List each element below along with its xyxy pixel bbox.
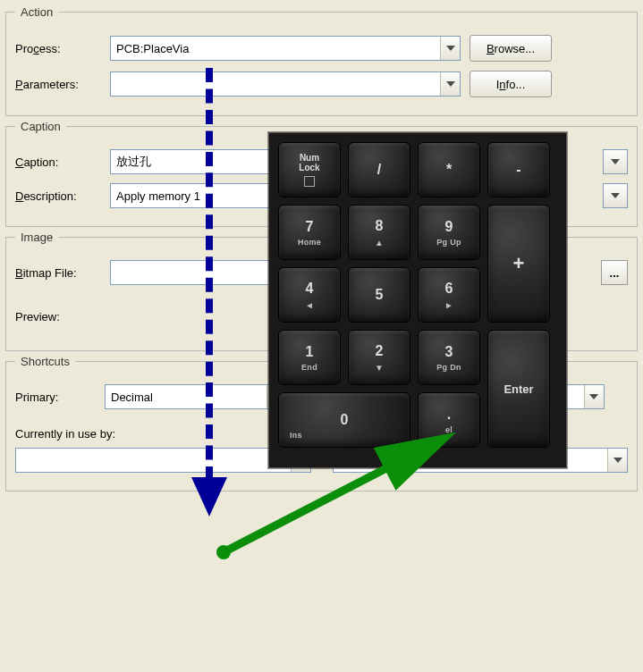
primary-combo[interactable] <box>105 384 287 409</box>
chevron-down-icon[interactable] <box>604 184 627 207</box>
preview-label: Preview: <box>15 310 110 323</box>
key-dot: .el <box>418 392 480 448</box>
key-plus: + <box>487 205 550 323</box>
action-legend: Action <box>15 5 58 19</box>
caption-field[interactable] <box>110 149 273 174</box>
process-combo[interactable] <box>110 36 461 61</box>
key-numlock: Num Lock <box>278 142 341 197</box>
key-slash: / <box>348 142 410 197</box>
shortcuts-legend: Shortcuts <box>15 355 75 368</box>
chevron-down-icon[interactable] <box>604 150 627 173</box>
bitmap-label: Bitmap File: <box>15 266 110 280</box>
caption-extra-dropdown[interactable] <box>603 149 628 174</box>
description-field[interactable] <box>110 183 273 208</box>
caption-label: Caption: <box>15 155 110 169</box>
bitmap-input[interactable] <box>111 261 272 284</box>
primary-label: Primary: <box>15 391 105 404</box>
parameters-label: Parameters: <box>15 78 110 91</box>
chevron-down-icon[interactable] <box>584 385 604 408</box>
process-label: Process: <box>15 42 110 55</box>
inuse1-label: Currently in use by: <box>15 427 115 441</box>
chevron-down-icon[interactable] <box>440 37 460 60</box>
info-button[interactable]: Info... <box>470 71 552 97</box>
key-9: 9Pg Up <box>418 205 480 260</box>
keypad-image: Num Lock / * - 7Home 8▲ 9Pg Up 4◄ 5 6► +… <box>268 132 567 468</box>
chevron-down-icon[interactable] <box>440 72 460 96</box>
svg-point-1 <box>216 545 231 559</box>
description-label: Description: <box>15 189 110 203</box>
key-1: 1End <box>278 330 341 385</box>
parameters-combo[interactable] <box>110 71 461 97</box>
key-6: 6► <box>418 267 480 323</box>
key-7: 7Home <box>278 205 341 260</box>
primary-input[interactable] <box>106 385 267 408</box>
caption-input[interactable] <box>111 150 272 173</box>
key-2: 2▼ <box>348 330 410 385</box>
inuse1-combo[interactable] <box>15 448 311 473</box>
description-extra-dropdown[interactable] <box>603 183 628 208</box>
bitmap-browse-button[interactable]: ... <box>601 260 628 285</box>
bitmap-field[interactable] <box>110 260 273 285</box>
inuse1-input[interactable] <box>16 449 291 472</box>
process-input[interactable] <box>111 37 440 60</box>
key-0: 0Ins <box>278 392 410 448</box>
key-5: 5 <box>348 267 410 323</box>
image-legend: Image <box>15 231 58 244</box>
key-4: 4◄ <box>278 267 341 323</box>
key-star: * <box>418 142 480 197</box>
key-3: 3Pg Dn <box>418 330 480 385</box>
caption-legend: Caption <box>15 120 66 133</box>
description-input[interactable] <box>111 184 272 207</box>
key-enter: Enter <box>487 330 550 448</box>
parameters-input[interactable] <box>111 72 440 96</box>
key-minus: - <box>487 142 550 197</box>
key-8: 8▲ <box>348 205 410 260</box>
chevron-down-icon[interactable] <box>607 449 627 472</box>
browse-button[interactable]: Browse... <box>470 35 552 62</box>
action-group: Action Process: Browse... Parameters: In… <box>5 5 638 116</box>
